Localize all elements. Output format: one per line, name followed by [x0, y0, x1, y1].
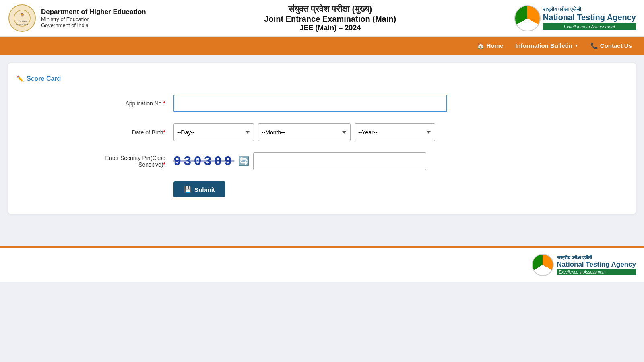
footer-nta-text: राष्ट्रीय परीक्षा एजेंसी National Testin…: [557, 255, 636, 275]
contact-link[interactable]: 📞 Contact Us: [590, 42, 632, 49]
card-title-text: Score Card: [27, 75, 61, 82]
nta-text: राष्ट्रीय परीक्षा एजेंसी National Testin…: [543, 6, 636, 30]
nta-tagline: Excellence in Assessment: [543, 23, 636, 30]
required-star: *: [163, 100, 165, 107]
info-bulletin-link[interactable]: Information Bulletin ▼: [515, 42, 578, 49]
exam-jee-title: JEE (Main) – 2024: [146, 24, 514, 32]
security-pin-label: Enter Security Pin(Case Sensitive)*: [77, 155, 165, 168]
footer-nta-tagline: Excellence in Assessment: [557, 269, 636, 275]
floppy-icon: 💾: [184, 186, 192, 193]
app-no-label: Application No.*: [77, 100, 165, 107]
chevron-down-icon: ▼: [574, 43, 578, 48]
pencil-icon: ✏️: [17, 75, 24, 82]
govt-logo-section: 🦁 भारत सरकार GOVT OF INDIA Department of…: [8, 4, 146, 32]
home-link[interactable]: 🏠 Home: [477, 42, 504, 49]
footer-nta-emblem-icon: [532, 254, 554, 276]
navigation-bar: 🏠 Home Information Bulletin ▼ 📞 Contact …: [0, 37, 644, 55]
home-icon: 🏠: [477, 42, 485, 49]
application-no-input[interactable]: [173, 95, 447, 112]
captcha-group: 930309 🔄: [173, 152, 426, 170]
svg-text:GOVT OF INDIA: GOVT OF INDIA: [16, 23, 28, 25]
score-card-panel: ✏️ Score Card Application No.* Date of B…: [8, 63, 636, 214]
footer-nta-english: National Testing Agency: [557, 261, 636, 269]
day-select[interactable]: --Day--: [173, 123, 254, 141]
dob-selects: --Day-- --Month-- --Year--: [173, 123, 435, 141]
refresh-captcha-icon[interactable]: 🔄: [238, 156, 249, 167]
footer-nta-hindi: राष्ट्रीय परीक्षा एजेंसी: [557, 255, 636, 261]
submit-group: 💾 Submit: [17, 181, 627, 197]
dept-name: Department of Higher Education: [41, 8, 146, 16]
exam-eng-title: Joint Entrance Examination (Main): [146, 14, 514, 24]
dob-label: Date of Birth*: [77, 129, 165, 136]
required-star-dob: *: [163, 129, 165, 136]
submit-button[interactable]: 💾 Submit: [173, 181, 225, 197]
main-content: ✏️ Score Card Application No.* Date of B…: [0, 55, 644, 222]
nta-english-text: National Testing Agency: [543, 13, 636, 22]
application-no-group: Application No.*: [17, 95, 627, 112]
phone-icon: 📞: [590, 42, 598, 49]
home-label: Home: [487, 42, 504, 49]
nta-logo: राष्ट्रीय परीक्षा एजेंसी National Testin…: [514, 5, 636, 31]
contact-label: Contact Us: [600, 42, 632, 49]
govt-name: Government of India: [41, 22, 146, 28]
year-select[interactable]: --Year--: [355, 123, 435, 141]
submit-label: Submit: [194, 186, 215, 193]
info-bulletin-label: Information Bulletin: [515, 42, 572, 49]
ministry-name: Ministry of Education: [41, 16, 146, 22]
footer-nta-logo: राष्ट्रीय परीक्षा एजेंसी National Testin…: [532, 254, 636, 276]
dob-group: Date of Birth* --Day-- --Month-- --Year-…: [17, 123, 627, 141]
exam-title-section: संयुक्त प्रवेश परीक्षा (मुख्य) Joint Ent…: [146, 4, 514, 32]
required-star-pin: *: [163, 161, 165, 168]
emblem-icon: 🦁 भारत सरकार GOVT OF INDIA: [8, 4, 36, 32]
captcha-image: 930309: [173, 154, 234, 169]
card-title: ✏️ Score Card: [17, 75, 627, 82]
security-pin-group: Enter Security Pin(Case Sensitive)* 9303…: [17, 152, 627, 170]
nta-hindi-text: राष्ट्रीय परीक्षा एजेंसी: [543, 6, 636, 13]
page-header: 🦁 भारत सरकार GOVT OF INDIA Department of…: [0, 0, 644, 37]
captcha-input[interactable]: [253, 152, 426, 170]
exam-hindi-title: संयुक्त प्रवेश परीक्षा (मुख्य): [146, 4, 514, 14]
nta-emblem-icon: [514, 5, 541, 31]
month-select[interactable]: --Month--: [258, 123, 351, 141]
svg-text:भारत सरकार: भारत सरकार: [18, 20, 27, 22]
nta-logo-section: राष्ट्रीय परीक्षा एजेंसी National Testin…: [514, 5, 636, 31]
page-footer: राष्ट्रीय परीक्षा एजेंसी National Testin…: [0, 246, 644, 282]
svg-point-0: [9, 5, 35, 31]
dept-info: Department of Higher Education Ministry …: [41, 8, 146, 28]
svg-text:🦁: 🦁: [20, 13, 24, 17]
